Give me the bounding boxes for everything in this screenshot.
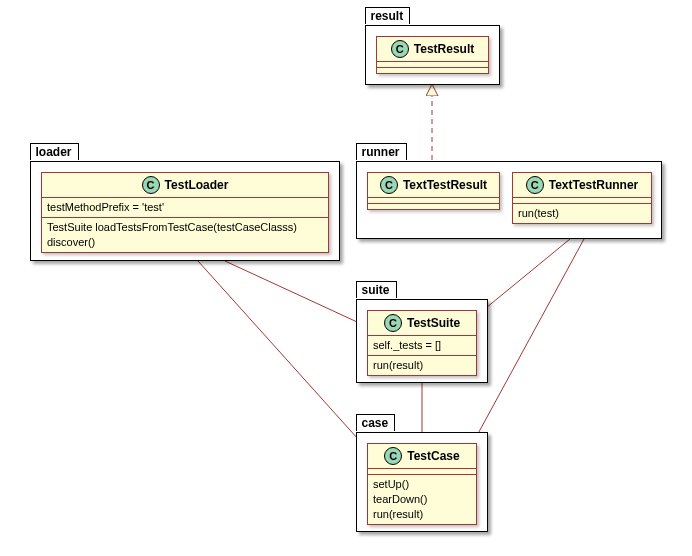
package-label: suite xyxy=(356,281,397,298)
class-name: TestCase xyxy=(407,449,459,463)
op: run(result) xyxy=(373,358,471,373)
op: TestSuite loadTestsFromTestCase(testCase… xyxy=(47,220,323,235)
attr: self._tests = [] xyxy=(373,338,471,353)
class-name: TestSuite xyxy=(407,316,460,330)
ops-section: run(result) xyxy=(368,356,476,375)
package-loader: loader C TestLoader testMethodPrefix = '… xyxy=(30,161,340,261)
class-text-test-runner: C TextTestRunner run(test) xyxy=(512,172,652,224)
class-name: TextTestRunner xyxy=(549,178,639,192)
class-name: TextTestResult xyxy=(403,178,487,192)
class-icon: C xyxy=(384,314,402,332)
ops-section: run(test) xyxy=(513,204,651,223)
attr: testMethodPrefix = 'test' xyxy=(47,200,323,215)
op: discover() xyxy=(47,235,323,250)
class-icon: C xyxy=(384,447,402,465)
class-test-loader: C TestLoader testMethodPrefix = 'test' T… xyxy=(41,172,329,253)
class-icon: C xyxy=(526,176,544,194)
class-icon: C xyxy=(380,176,398,194)
rel-texttestrunner-testsuite xyxy=(475,239,570,317)
class-test-case: C TestCase setUp() tearDown() run(result… xyxy=(367,443,477,525)
class-name: TestResult xyxy=(414,42,474,56)
package-case: case C TestCase setUp() tearDown() run(r… xyxy=(356,432,488,532)
relations-layer xyxy=(0,0,692,556)
package-label: result xyxy=(365,7,411,24)
op: setUp() xyxy=(373,477,471,492)
op: tearDown() xyxy=(373,492,471,507)
package-suite: suite C TestSuite self._tests = [] run(r… xyxy=(356,299,488,383)
attrs-section: self._tests = [] xyxy=(368,336,476,356)
package-runner: runner C TextTestResult C TextTestRunner… xyxy=(356,161,662,239)
class-icon: C xyxy=(142,176,160,194)
rel-testloader-testcase xyxy=(198,261,376,459)
ops-section xyxy=(368,204,499,209)
package-label: runner xyxy=(356,143,407,160)
class-icon: C xyxy=(391,40,409,58)
ops-section: TestSuite loadTestsFromTestCase(testCase… xyxy=(42,218,328,252)
package-result: result C TestResult xyxy=(365,25,500,85)
package-label: loader xyxy=(30,143,79,160)
package-label: case xyxy=(356,414,396,431)
ops-section: setUp() tearDown() run(result) xyxy=(368,475,476,524)
op: run(test) xyxy=(518,206,646,221)
class-test-result: C TestResult xyxy=(376,36,489,74)
op: run(result) xyxy=(373,507,471,522)
ops-section xyxy=(377,68,488,73)
attrs-section: testMethodPrefix = 'test' xyxy=(42,198,328,218)
class-name: TestLoader xyxy=(165,178,229,192)
class-text-test-result: C TextTestResult xyxy=(367,172,500,210)
class-test-suite: C TestSuite self._tests = [] run(result) xyxy=(367,310,477,376)
